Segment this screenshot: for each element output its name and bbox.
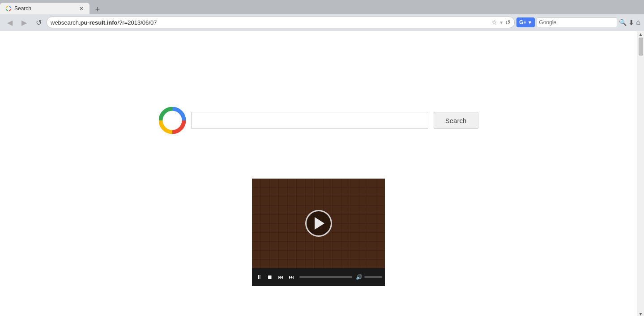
address-bar: ◀ ▶ ↺ websearch.pu-result.info/?r=2013/0… <box>0 14 644 30</box>
url-bar[interactable]: websearch.pu-result.info/?r=2013/06/07 ☆… <box>47 17 515 28</box>
browser-chrome: Search ✕ + ◀ ▶ ↺ websearch.pu-result.inf… <box>0 0 644 31</box>
browser-viewport: Search ⏸ ⏹ ⏮ ⏭ <box>0 31 644 316</box>
new-tab-button[interactable]: + <box>91 4 104 14</box>
reload-small-icon[interactable]: ↺ <box>505 19 511 26</box>
url-text: websearch.pu-result.info/?r=2013/06/07 <box>51 19 490 26</box>
reload-button[interactable]: ↺ <box>32 16 45 29</box>
scrollbar-track <box>637 37 644 312</box>
tab-bar: Search ✕ + <box>0 0 644 14</box>
tab-title: Search <box>14 5 31 12</box>
video-thumbnail <box>252 179 385 268</box>
search-button[interactable]: Search <box>434 112 478 129</box>
active-tab[interactable]: Search ✕ <box>0 3 90 14</box>
fast-forward-button[interactable]: ⏭ <box>287 273 296 282</box>
page-content: Search ⏸ ⏹ ⏮ ⏭ <box>0 31 637 316</box>
logo-icon <box>159 107 186 134</box>
pause-button[interactable]: ⏸ <box>255 273 264 282</box>
scrollbar-thumb[interactable] <box>639 38 643 56</box>
play-triangle-icon <box>315 217 324 230</box>
google-search-input[interactable] <box>537 17 617 27</box>
scrollbar-down-arrow[interactable]: ▼ <box>639 312 643 316</box>
tab-close-button[interactable]: ✕ <box>79 5 84 12</box>
home-icon[interactable]: ⌂ <box>636 18 640 26</box>
svg-point-2 <box>164 112 181 129</box>
back-button[interactable]: ◀ <box>4 16 16 29</box>
search-input[interactable] <box>191 112 428 129</box>
video-progress-bar[interactable] <box>299 276 352 278</box>
scrollbar[interactable]: ▲ ▼ <box>637 31 644 316</box>
download-icon[interactable]: ⬇ <box>628 18 634 27</box>
tab-favicon <box>5 5 12 12</box>
search-magnifier-icon[interactable]: 🔍 <box>619 19 627 26</box>
right-controls: G+ ▼ 🔍 ⬇ ⌂ <box>516 17 640 27</box>
play-button[interactable] <box>305 210 332 237</box>
dropdown-icon[interactable]: ▼ <box>499 20 503 25</box>
forward-button[interactable]: ▶ <box>18 16 30 29</box>
bookmark-icon[interactable]: ☆ <box>491 19 497 26</box>
google-account-button[interactable]: G+ ▼ <box>516 17 535 27</box>
stop-button[interactable]: ⏹ <box>265 273 274 282</box>
volume-icon[interactable]: 🔊 <box>356 274 363 280</box>
volume-bar[interactable] <box>364 276 382 278</box>
scrollbar-up-arrow[interactable]: ▲ <box>639 32 643 37</box>
google-icon-letter: G+ <box>519 19 526 26</box>
video-player[interactable]: ⏸ ⏹ ⏮ ⏭ 🔊 <box>252 179 385 286</box>
google-account-label: ▼ <box>527 20 532 25</box>
video-controls: ⏸ ⏹ ⏮ ⏭ 🔊 <box>252 268 385 286</box>
search-area: Search <box>159 107 478 134</box>
rewind-button[interactable]: ⏮ <box>276 273 285 282</box>
